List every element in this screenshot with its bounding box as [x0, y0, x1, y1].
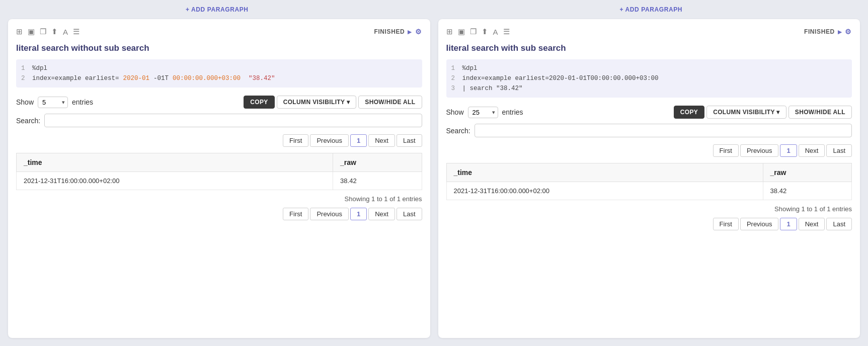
code-line-1: 1 %dpl — [21, 63, 417, 73]
cell-raw-left-0: 38.42 — [333, 172, 422, 190]
status-label-left: FINISHED — [374, 28, 405, 35]
col-time-left: _time — [17, 153, 333, 172]
current-page-top-right[interactable]: 1 — [780, 144, 797, 157]
panel-left: ⊞ ▣ ❐ ⬆ A ☰ FINISHED ▶ ⚙ literal search … — [8, 19, 430, 338]
code-text-r3: | search "38.42" — [462, 83, 523, 94]
first-btn-bottom-right[interactable]: First — [713, 218, 739, 230]
last-btn-bottom-left[interactable]: Last — [397, 208, 422, 220]
code-text-1: %dpl — [32, 63, 47, 73]
next-btn-top-right[interactable]: Next — [799, 144, 825, 157]
grid-icon[interactable]: ⊞ — [16, 27, 23, 36]
code-block-left: 1 %dpl 2 index=example earliest=2020-01-… — [16, 59, 422, 88]
copy-icon-right[interactable]: ❐ — [470, 27, 477, 36]
cell-raw-right-0: 38.42 — [763, 182, 851, 200]
search-input-left[interactable] — [44, 114, 422, 127]
next-btn-top-left[interactable]: Next — [368, 134, 395, 147]
panel-status-left: FINISHED ▶ ⚙ — [374, 28, 422, 36]
show-label-left: Show — [16, 98, 34, 106]
data-table-right: _time _raw 2021-12-31T16:00:00.000+02:00… — [446, 163, 852, 200]
panel-title-right: literal search with sub search — [446, 43, 852, 53]
copy-icon[interactable]: ❐ — [40, 27, 46, 36]
first-btn-bottom-left[interactable]: First — [283, 208, 308, 220]
play-icon-right[interactable]: ▶ — [838, 29, 842, 35]
entries-select-wrapper-right: 5 10 25 50 100 — [468, 107, 498, 118]
first-btn-top-left[interactable]: First — [283, 134, 308, 147]
showing-text-left: Showing 1 to 1 of 1 entries — [16, 195, 422, 203]
code-block-right: 1 %dpl 2 index=example earliest=2020-01-… — [446, 59, 852, 98]
entries-select-left[interactable]: 5 10 25 50 100 — [38, 97, 68, 108]
add-paragraph-right[interactable]: + ADD PARAGRAPH — [615, 4, 686, 15]
show-row-right: Show 5 10 25 50 100 entries COPY COLUMN … — [446, 106, 852, 119]
code-line-r2: 2 index=example earliest=2020-01-01T00:0… — [451, 73, 847, 83]
last-btn-bottom-right[interactable]: Last — [826, 218, 852, 230]
show-hide-all-button-right[interactable]: SHOW/HIDE ALL — [788, 106, 852, 119]
current-page-bottom-right[interactable]: 1 — [780, 218, 797, 230]
previous-btn-top-left[interactable]: Previous — [310, 134, 349, 147]
pagination-top-left: First Previous 1 Next Last — [16, 134, 422, 147]
panel-status-right: FINISHED ▶ ⚙ — [804, 28, 852, 36]
line-num-r1: 1 — [451, 63, 458, 73]
text-icon-right[interactable]: A — [493, 28, 498, 36]
btn-group-right: COPY COLUMN VISIBILITY ▾ SHOW/HIDE ALL — [674, 106, 852, 119]
code-text-2a: index=example earliest= — [32, 73, 119, 83]
play-icon-left[interactable]: ▶ — [408, 29, 412, 35]
first-btn-top-right[interactable]: First — [713, 144, 739, 157]
copy-button-right[interactable]: COPY — [674, 106, 704, 119]
show-hide-all-button-left[interactable]: SHOW/HIDE ALL — [358, 96, 422, 109]
code-line-2: 2 index=example earliest=2020-01-01T00:0… — [21, 73, 417, 83]
image-icon[interactable]: ▣ — [28, 27, 35, 36]
add-paragraph-left[interactable]: + ADD PARAGRAPH — [182, 4, 253, 15]
previous-btn-bottom-left[interactable]: Previous — [310, 208, 349, 220]
table-body-right: 2021-12-31T16:00:00.000+02:00 38.42 — [446, 182, 852, 200]
code-text-2c: -01T — [153, 73, 169, 83]
copy-button-left[interactable]: COPY — [244, 96, 274, 109]
last-btn-top-right[interactable]: Last — [826, 144, 852, 157]
gear-icon-left[interactable]: ⚙ — [415, 28, 422, 36]
line-num-r2: 2 — [451, 73, 458, 83]
panels-row: ⊞ ▣ ❐ ⬆ A ☰ FINISHED ▶ ⚙ literal search … — [0, 19, 868, 346]
upload-icon[interactable]: ⬆ — [51, 27, 58, 36]
pagination-top-right: First Previous 1 Next Last — [446, 144, 852, 157]
line-num-1: 1 — [21, 63, 28, 73]
col-raw-left: _raw — [333, 153, 422, 172]
column-visibility-button-right[interactable]: COLUMN VISIBILITY ▾ — [706, 106, 786, 119]
code-text-2f: "38.42" — [249, 73, 275, 83]
current-page-bottom-left[interactable]: 1 — [350, 208, 367, 220]
toolbar-icons-left: ⊞ ▣ ❐ ⬆ A ☰ — [16, 27, 80, 36]
line-num-2: 2 — [21, 73, 28, 83]
show-row-left: Show 5 10 25 50 100 entries COPY COLUMN … — [16, 96, 422, 109]
search-input-right[interactable] — [475, 124, 852, 137]
gear-icon-right[interactable]: ⚙ — [845, 28, 852, 36]
entries-label-left: entries — [72, 98, 93, 106]
current-page-top-left[interactable]: 1 — [350, 134, 367, 147]
show-label-right: Show — [446, 108, 464, 116]
code-line-r1: 1 %dpl — [451, 63, 847, 73]
text-icon[interactable]: A — [63, 28, 68, 36]
upload-icon-right[interactable]: ⬆ — [482, 27, 488, 36]
table-head-right: _time _raw — [446, 163, 852, 182]
list-icon[interactable]: ☰ — [73, 27, 80, 36]
table-header-row-left: _time _raw — [17, 153, 422, 172]
panel-toolbar-right: ⊞ ▣ ❐ ⬆ A ☰ FINISHED ▶ ⚙ — [446, 27, 852, 36]
column-visibility-button-left[interactable]: COLUMN VISIBILITY ▾ — [277, 96, 357, 109]
cell-time-right-0: 2021-12-31T16:00:00.000+02:00 — [446, 182, 763, 200]
previous-btn-bottom-right[interactable]: Previous — [740, 218, 779, 230]
image-icon-right[interactable]: ▣ — [458, 27, 465, 36]
code-text-r1: %dpl — [462, 63, 478, 73]
status-label-right: FINISHED — [804, 28, 835, 35]
data-table-left: _time _raw 2021-12-31T16:00:00.000+02:00… — [16, 153, 422, 190]
next-btn-bottom-right[interactable]: Next — [799, 218, 825, 230]
col-time-right: _time — [446, 163, 763, 182]
line-num-r3: 3 — [451, 83, 458, 94]
last-btn-top-left[interactable]: Last — [397, 134, 422, 147]
entries-select-right[interactable]: 5 10 25 50 100 — [468, 107, 498, 118]
code-text-r2: index=example earliest=2020-01-01T00:00:… — [462, 73, 659, 83]
panel-toolbar-left: ⊞ ▣ ❐ ⬆ A ☰ FINISHED ▶ ⚙ — [16, 27, 422, 36]
table-head-left: _time _raw — [17, 153, 422, 172]
grid-icon-right[interactable]: ⊞ — [446, 27, 453, 36]
search-label-right: Search: — [446, 127, 470, 135]
list-icon-right[interactable]: ☰ — [503, 27, 510, 36]
next-btn-bottom-left[interactable]: Next — [368, 208, 395, 220]
code-text-2d: 00:00:00.000+03:00 — [173, 73, 241, 83]
previous-btn-top-right[interactable]: Previous — [740, 144, 779, 157]
